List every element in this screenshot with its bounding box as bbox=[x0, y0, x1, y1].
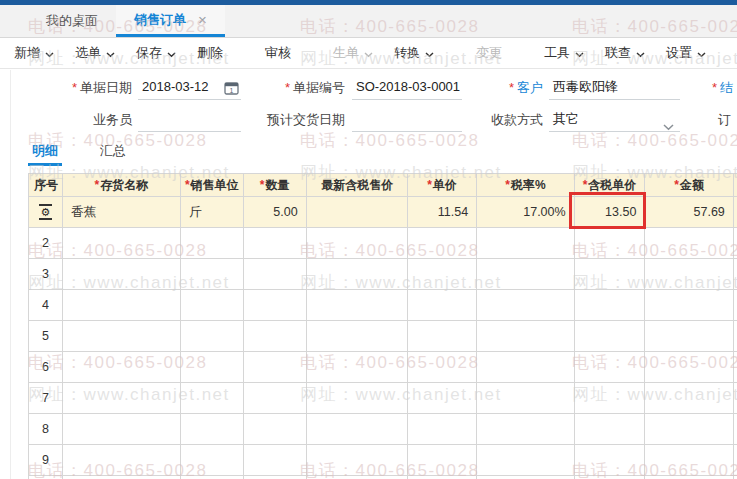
col-seq[interactable]: 序号 bbox=[29, 174, 63, 197]
chevron-down-icon[interactable] bbox=[663, 116, 674, 138]
settings-button[interactable]: 设置 bbox=[666, 44, 706, 62]
tab-summary[interactable]: 汇总 bbox=[96, 139, 130, 166]
doc-date-label: *单据日期 bbox=[0, 76, 132, 100]
empty-row[interactable]: 8 bbox=[29, 414, 737, 445]
convert-button[interactable]: 转换 bbox=[394, 44, 434, 62]
expected-delivery-input[interactable] bbox=[352, 108, 462, 132]
col-extra-clipped bbox=[733, 174, 737, 197]
close-icon[interactable]: × bbox=[198, 12, 207, 27]
row-settings-icon[interactable]: ⚙ bbox=[39, 204, 53, 220]
chevron-down-icon bbox=[45, 46, 54, 61]
order-lines-grid: 序号 *存货名称 *销售单位 *数量 最新含税售价 *单价 *税率% *含税单价… bbox=[28, 173, 737, 479]
tab-sales-order[interactable]: 销售订单 × bbox=[116, 5, 225, 37]
empty-row[interactable]: 2 bbox=[29, 228, 737, 259]
col-unit-price[interactable]: *单价 bbox=[407, 174, 476, 197]
order-header-form: *单据日期 2018-03-12 1 *单据编号 SO-2018-03-0001… bbox=[0, 70, 737, 138]
customer-input[interactable]: 西毒欧阳锋 bbox=[549, 76, 680, 100]
empty-row[interactable]: 4 bbox=[29, 290, 737, 321]
doc-no-label: *单据编号 bbox=[218, 76, 345, 100]
cell-unit-price[interactable]: 11.54 bbox=[407, 197, 476, 228]
cell-quantity[interactable]: 5.00 bbox=[243, 197, 306, 228]
chevron-down-icon bbox=[167, 46, 176, 61]
change-button: 变更 bbox=[476, 44, 502, 62]
cell-amount[interactable]: 57.69 bbox=[645, 197, 733, 228]
col-tax-incl-price[interactable]: *含税单价 bbox=[574, 174, 645, 197]
cell-latest-tax-price[interactable] bbox=[306, 197, 407, 228]
tab-my-desktop[interactable]: 我的桌面 bbox=[28, 5, 116, 37]
pick-order-button[interactable]: 选单 bbox=[75, 44, 115, 62]
chevron-down-icon bbox=[575, 46, 584, 61]
empty-row[interactable]: 10 bbox=[29, 476, 737, 479]
audit-button[interactable]: 审核 bbox=[265, 44, 291, 62]
order-line-row-1[interactable]: ⚙ 香蕉 斤 5.00 11.54 17.00% 13.50 57.69 bbox=[29, 197, 737, 228]
cell-tax-rate[interactable]: 17.00% bbox=[477, 197, 575, 228]
empty-row[interactable]: 3 bbox=[29, 259, 737, 290]
cell-inventory-name[interactable]: 香蕉 bbox=[63, 197, 181, 228]
sales-order-window: 我的桌面 销售订单 × 新增 选单 保存 删除 审核 生单 bbox=[0, 0, 737, 479]
grid-header-row: 序号 *存货名称 *销售单位 *数量 最新含税售价 *单价 *税率% *含税单价… bbox=[29, 174, 737, 197]
chevron-down-icon bbox=[364, 46, 373, 61]
chevron-down-icon bbox=[697, 46, 706, 61]
cell-extra-clipped bbox=[733, 197, 737, 228]
row-action-cell[interactable]: ⚙ bbox=[29, 197, 63, 228]
col-tax-rate[interactable]: *税率% bbox=[477, 174, 575, 197]
col-sales-unit[interactable]: *销售单位 bbox=[180, 174, 243, 197]
col-amount[interactable]: *金额 bbox=[645, 174, 733, 197]
payment-method-select[interactable]: 其它 bbox=[549, 108, 680, 132]
salesperson-label: 业务员 bbox=[0, 108, 132, 132]
doc-no-input[interactable]: SO-2018-03-0001 bbox=[352, 76, 462, 100]
cell-tax-incl-price[interactable]: 13.50 bbox=[574, 197, 645, 228]
expected-delivery-label: 预计交货日期 bbox=[218, 108, 345, 132]
delete-button[interactable]: 删除 bbox=[197, 44, 223, 62]
chevron-down-icon bbox=[106, 46, 115, 61]
chevron-down-icon bbox=[425, 46, 434, 61]
save-button[interactable]: 保存 bbox=[136, 44, 176, 62]
empty-row[interactable]: 7 bbox=[29, 383, 737, 414]
col-latest-tax-price[interactable]: 最新含税售价 bbox=[306, 174, 407, 197]
tab-detail[interactable]: 明细 bbox=[28, 139, 62, 166]
empty-row[interactable]: 6 bbox=[29, 352, 737, 383]
order-label-clipped: 订 bbox=[718, 108, 737, 132]
col-inventory-name[interactable]: *存货名称 bbox=[63, 174, 181, 197]
linked-query-button[interactable]: 联查 bbox=[605, 44, 645, 62]
new-button[interactable]: 新增 bbox=[14, 44, 54, 62]
tools-button[interactable]: 工具 bbox=[544, 44, 584, 62]
tab-label: 销售订单 bbox=[134, 11, 186, 29]
generate-doc-button: 生单 bbox=[333, 44, 373, 62]
toolbar: 新增 选单 保存 删除 审核 生单 转换 变更 bbox=[0, 38, 737, 69]
detail-tab-bar: 明细 汇总 bbox=[28, 139, 130, 166]
tab-label: 我的桌面 bbox=[46, 12, 98, 30]
settlement-label-clipped: *结 bbox=[712, 76, 737, 100]
customer-label[interactable]: *客户 bbox=[450, 76, 543, 100]
window-tab-bar: 我的桌面 销售订单 × bbox=[0, 5, 737, 38]
chevron-down-icon bbox=[636, 46, 645, 61]
col-quantity[interactable]: *数量 bbox=[243, 174, 306, 197]
cell-sales-unit[interactable]: 斤 bbox=[180, 197, 243, 228]
empty-row[interactable]: 9 bbox=[29, 445, 737, 476]
payment-method-label: 收款方式 bbox=[450, 108, 543, 132]
empty-row[interactable]: 5 bbox=[29, 321, 737, 352]
